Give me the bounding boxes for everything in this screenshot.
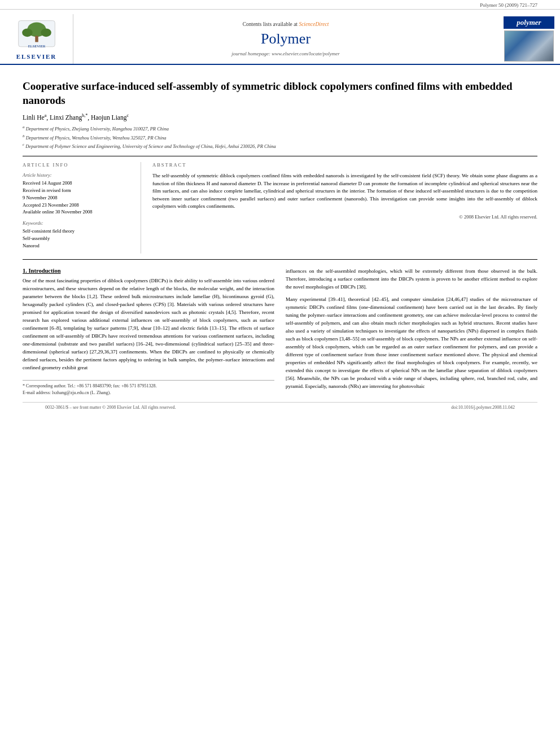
journal-center-info: Contents lists available at ScienceDirec…	[73, 14, 498, 64]
page: Polymer 50 (2009) 721–727 ELSEVIER ELSEV…	[0, 0, 560, 747]
author-c-sup: c	[126, 113, 129, 118]
elsevier-text: ELSEVIER	[16, 53, 57, 60]
polymer-badge: polymer	[504, 16, 554, 29]
intro-para-2: influences on the self-assembled morphol…	[286, 268, 537, 291]
divider-2	[23, 259, 537, 260]
intro-para-1: One of the most fascinating properties o…	[23, 277, 274, 372]
journal-name: Polymer	[261, 30, 310, 47]
main-content: 1. Introduction One of the most fascinat…	[23, 268, 537, 396]
svg-point-4	[41, 28, 51, 37]
abstract-text: The self-assembly of symmetric diblock c…	[152, 172, 537, 211]
affil-a-text: Department of Physics, Zhejiang Universi…	[25, 126, 169, 132]
article-info-col: Article info Article history: Received 1…	[23, 162, 141, 254]
author-a-sup: a	[45, 113, 47, 118]
copyright-line: © 2008 Elsevier Ltd. All rights reserved…	[152, 214, 537, 220]
footer-issn: 0032-3861/$ – see front matter © 2008 El…	[45, 405, 176, 410]
sciencedirect-link[interactable]: ScienceDirect	[299, 21, 329, 27]
footnote-corresponding: * Corresponding author. Tel.: +86 571 88…	[23, 383, 274, 390]
keywords-label: Keywords:	[23, 220, 133, 226]
footer-bar: 0032-3861/$ – see front matter © 2008 El…	[23, 402, 537, 412]
abstract-paragraph: The self-assembly of symmetric diblock c…	[152, 172, 537, 211]
journal-header: ELSEVIER ELSEVIER Contents lists availab…	[0, 10, 560, 65]
author-c: Haojun Liang	[91, 114, 127, 121]
info-abstract-section: Article info Article history: Received 1…	[23, 162, 537, 254]
intro-heading: 1. Introduction	[23, 268, 274, 274]
svg-text:ELSEVIER: ELSEVIER	[28, 44, 45, 48]
keywords-section: Keywords: Self-consistent field theory S…	[23, 220, 133, 249]
divider-1	[23, 156, 537, 156]
svg-point-3	[22, 28, 32, 37]
footer-doi: doi:10.1016/j.polymer.2008.11.042	[451, 405, 515, 410]
abstract-col: Abstract The self-assembly of symmetric …	[152, 162, 537, 254]
history-label: Article history:	[23, 172, 133, 178]
author-a: Linli He	[23, 114, 45, 121]
journal-homepage: journal homepage: www.elsevier.com/locat…	[231, 51, 339, 56]
footnote-email: E-mail address: lxzhang@zju.edu.cn (L. Z…	[23, 390, 274, 396]
svg-rect-2	[35, 36, 38, 42]
footnote-section: * Corresponding author. Tel.: +86 571 88…	[23, 380, 274, 396]
article-info-heading: Article info	[23, 162, 133, 168]
keywords-text: Self-consistent field theory Self-assemb…	[23, 228, 133, 249]
received-text: Received 14 August 2008 Received in revi…	[23, 180, 133, 216]
main-left-col: 1. Introduction One of the most fascinat…	[23, 268, 274, 396]
journal-ref-text: Polymer 50 (2009) 721–727	[480, 2, 537, 8]
elsevier-logo: ELSEVIER ELSEVIER	[14, 18, 59, 60]
intro-para-3: Many experimental [39–41], theoretical […	[286, 296, 537, 390]
authors-line: Linli Hea, Linxi Zhangb,*, Haojun Liangc	[23, 113, 537, 121]
affil-c-text: Department of Polymer Science and Engine…	[24, 143, 276, 149]
affiliations: a Department of Physics, Zhejiang Univer…	[23, 124, 537, 150]
journal-reference: Polymer 50 (2009) 721–727	[0, 0, 560, 10]
main-right-col: influences on the self-assembled morphol…	[286, 268, 537, 396]
polymer-cover-thumbnail	[504, 30, 554, 62]
contents-label: Contents lists available at	[243, 21, 298, 27]
article-body: Cooperative surface-induced self-assembl…	[0, 65, 560, 423]
abstract-heading: Abstract	[152, 162, 537, 168]
sciencedirect-line: Contents lists available at ScienceDirec…	[243, 21, 329, 27]
affil-b-text: Department of Physics, Wenzhou Universit…	[25, 134, 167, 140]
elsevier-logo-area: ELSEVIER ELSEVIER	[0, 14, 73, 64]
article-title: Cooperative surface-induced self-assembl…	[23, 80, 537, 107]
author-b-sup: b,*	[82, 113, 88, 118]
journal-right-area: polymer	[498, 14, 560, 64]
author-b: Linxi Zhang	[50, 114, 82, 121]
elsevier-tree-icon: ELSEVIER	[14, 18, 59, 52]
